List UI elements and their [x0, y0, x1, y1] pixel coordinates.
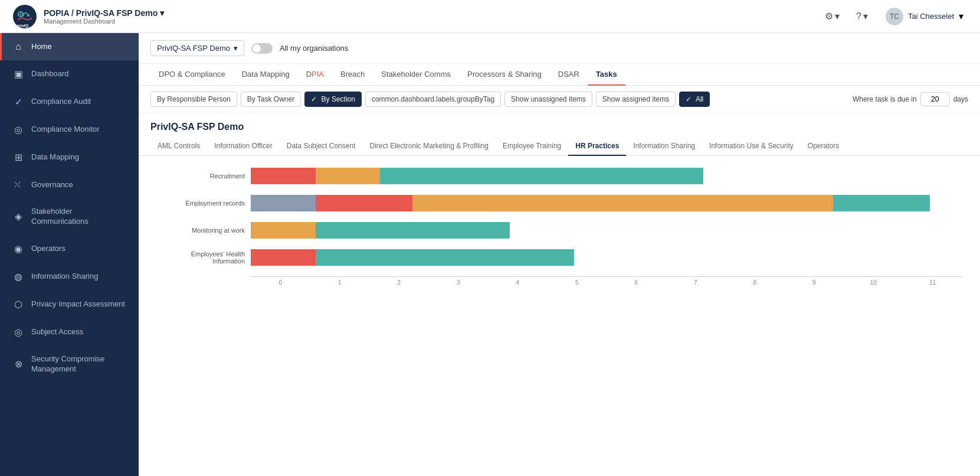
chart-container: RecruitmentEmployment recordsMonitoring … — [139, 156, 980, 476]
x-tick: 1 — [310, 279, 370, 286]
x-tick: 6 — [607, 279, 666, 286]
sub-tab-info-officer[interactable]: Information Officer — [207, 137, 279, 156]
sidebar-item-compliance-monitor[interactable]: ◎ Compliance Monitor — [0, 116, 139, 144]
chart-area: RecruitmentEmployment recordsMonitoring … — [156, 168, 962, 286]
settings-button[interactable]: ⚙▾ — [821, 8, 843, 24]
filter-by-section[interactable]: ✓ By Section — [304, 92, 362, 107]
sidebar-item-security-compromise[interactable]: ⊗ Security Compromise Management — [0, 346, 139, 383]
sidebar-label-operators: Operators — [31, 244, 65, 254]
sidebar-item-home[interactable]: ⌂ Home — [0, 33, 139, 60]
info-sharing-icon: ◍ — [12, 271, 24, 282]
top-header: privIQ POPIA / PrivIQ-SA FSP Demo ▾ Mana… — [0, 0, 980, 33]
sidebar-item-data-mapping[interactable]: ⊞ Data Mapping — [0, 144, 139, 171]
security-icon: ⊗ — [12, 358, 24, 370]
bar-segment — [833, 195, 930, 211]
due-in-input[interactable] — [920, 92, 950, 106]
bar-track — [251, 195, 962, 211]
bar-track — [251, 168, 962, 184]
bar-segment — [251, 168, 316, 184]
org-toggle[interactable] — [251, 43, 273, 54]
x-tick: 11 — [903, 279, 963, 286]
sidebar-item-privacy-impact[interactable]: ⬡ Privacy Impact Assessment — [0, 291, 139, 318]
svg-point-3 — [27, 14, 30, 17]
sub-tab-operators[interactable]: Operators — [801, 137, 846, 156]
sidebar-item-operators[interactable]: ◉ Operators — [0, 235, 139, 263]
compliance-monitor-icon: ◎ — [12, 124, 24, 135]
avatar: TC — [886, 8, 903, 25]
tab-tasks[interactable]: Tasks — [588, 64, 625, 86]
check-icon: ✓ — [311, 95, 317, 103]
org-bar: PrivIQ-SA FSP Demo ▾ All my organisation… — [139, 33, 980, 64]
sub-tab-direct-marketing[interactable]: Direct Electronic Marketing & Profiling — [362, 137, 495, 156]
x-axis: 01234567891011 — [251, 276, 962, 286]
sidebar-item-subject-access[interactable]: ◎ Subject Access — [0, 318, 139, 346]
tab-processors[interactable]: Processors & Sharing — [459, 64, 550, 86]
org-name: PrivIQ-SA FSP Demo — [157, 44, 230, 53]
tab-dsar[interactable]: DSAR — [550, 64, 588, 86]
filter-group-by-tag[interactable]: common.dashboard.labels.groupByTag — [365, 92, 501, 107]
help-button[interactable]: ?▾ — [853, 8, 871, 24]
x-tick: 3 — [429, 279, 489, 286]
sidebar-item-stakeholder-comms[interactable]: ◈ Stakeholder Communications — [0, 198, 139, 235]
bar-label: Monitoring at work — [156, 227, 251, 234]
filter-by-responsible[interactable]: By Responsible Person — [150, 92, 237, 107]
x-tick: 2 — [369, 279, 429, 286]
bar-track — [251, 249, 962, 266]
sidebar-item-dashboard[interactable]: ▣ Dashboard — [0, 60, 139, 88]
x-tick: 5 — [548, 279, 607, 286]
help-icon: ? — [856, 11, 861, 22]
compliance-audit-icon: ✓ — [12, 96, 24, 107]
tab-data-mapping[interactable]: Data Mapping — [234, 64, 298, 86]
tab-dpia[interactable]: DPIA — [298, 64, 332, 86]
sidebar-label-compliance-monitor: Compliance Monitor — [31, 125, 100, 135]
svg-point-2 — [20, 13, 22, 15]
breadcrumb-sub: Management Dashboard — [44, 18, 164, 25]
gear-icon: ⚙ — [825, 11, 833, 22]
breadcrumb-text: POPIA / PrivIQ-SA FSP Demo ▾ — [44, 8, 164, 18]
tab-dpo[interactable]: DPO & Compliance — [150, 64, 234, 86]
sub-tab-employee-training[interactable]: Employee Training — [496, 137, 568, 156]
bar-segment — [251, 222, 316, 239]
svg-text:privIQ: privIQ — [17, 24, 29, 28]
chevron-down-icon: ▾ — [959, 11, 963, 22]
filter-all[interactable]: ✓ All — [679, 92, 710, 107]
dashboard-icon: ▣ — [12, 69, 24, 80]
sidebar-item-information-sharing[interactable]: ◍ Information Sharing — [0, 263, 139, 291]
sidebar-label-home: Home — [31, 42, 52, 52]
sub-tab-hr-practices[interactable]: HR Practices — [568, 137, 626, 156]
sidebar-label-subject-access: Subject Access — [31, 327, 83, 337]
subject-access-icon: ◎ — [12, 327, 24, 338]
org-toggle-label: All my organisations — [280, 44, 348, 53]
breadcrumb-title[interactable]: POPIA / PrivIQ-SA FSP Demo ▾ — [44, 8, 164, 18]
days-label: days — [953, 95, 968, 103]
avatar-initials: TC — [890, 12, 899, 21]
breadcrumb-area: POPIA / PrivIQ-SA FSP Demo ▾ Management … — [44, 8, 164, 25]
sidebar: ⌂ Home ▣ Dashboard ✓ Compliance Audit ◎ … — [0, 33, 139, 476]
sidebar-label-compliance-audit: Compliance Audit — [31, 97, 91, 107]
user-area[interactable]: TC Tai Chesselet ▾ — [881, 5, 968, 28]
toggle-knob — [253, 44, 261, 53]
governance-icon: ⛌ — [12, 180, 24, 190]
sidebar-item-governance[interactable]: ⛌ Governance — [0, 171, 139, 198]
sub-tab-info-sharing[interactable]: Information Sharing — [626, 137, 702, 156]
bar-segment — [380, 168, 703, 184]
filter-show-unassigned[interactable]: Show unassigned items — [504, 92, 592, 107]
bar-track — [251, 222, 962, 239]
sub-tab-info-security[interactable]: Information Use & Security — [702, 137, 801, 156]
filter-by-task-owner[interactable]: By Task Owner — [241, 92, 301, 107]
x-tick: 0 — [251, 279, 310, 286]
stakeholder-icon: ◈ — [12, 211, 24, 222]
sidebar-item-compliance-audit[interactable]: ✓ Compliance Audit — [0, 88, 139, 116]
bar-segment — [316, 222, 510, 239]
org-dropdown[interactable]: PrivIQ-SA FSP Demo ▾ — [150, 40, 244, 56]
sub-tab-data-consent[interactable]: Data Subject Consent — [280, 137, 363, 156]
sub-tab-aml[interactable]: AML Controls — [150, 137, 207, 156]
tab-stakeholder[interactable]: Stakeholder Comms — [373, 64, 459, 86]
tab-breach[interactable]: Breach — [332, 64, 373, 86]
content-area: PrivIQ-SA FSP Demo ▾ All my organisation… — [139, 33, 980, 476]
sidebar-label-dashboard: Dashboard — [31, 69, 69, 79]
filter-show-assigned[interactable]: Show assigned items — [596, 92, 676, 107]
sidebar-label-stakeholder: Stakeholder Communications — [31, 207, 128, 227]
home-icon: ⌂ — [12, 41, 24, 52]
user-name: Tai Chesselet — [908, 12, 954, 21]
